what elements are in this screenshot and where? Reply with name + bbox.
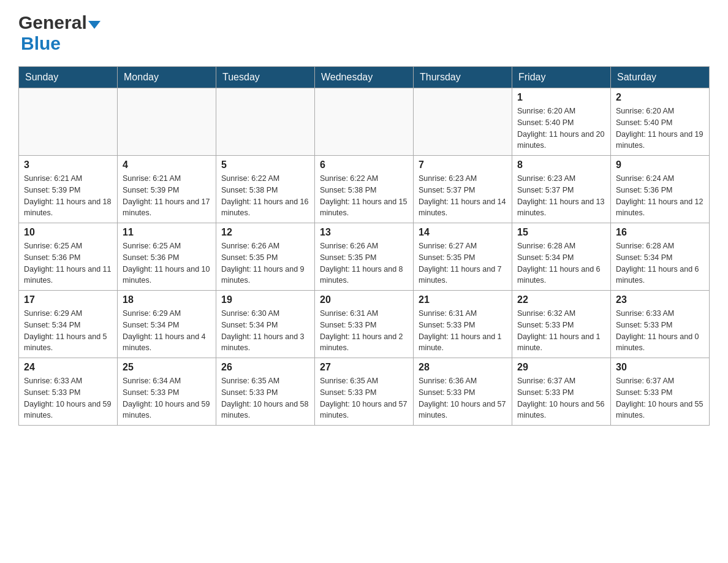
calendar-day-cell: 7Sunrise: 6:23 AMSunset: 5:37 PMDaylight…	[414, 156, 512, 223]
day-info: Sunrise: 6:26 AMSunset: 5:35 PMDaylight:…	[221, 240, 309, 286]
day-number: 23	[616, 294, 704, 305]
day-info: Sunrise: 6:29 AMSunset: 5:34 PMDaylight:…	[123, 308, 211, 354]
day-number: 7	[419, 159, 507, 170]
day-info: Sunrise: 6:33 AMSunset: 5:33 PMDaylight:…	[24, 375, 112, 421]
day-info: Sunrise: 6:31 AMSunset: 5:33 PMDaylight:…	[419, 308, 507, 354]
calendar-day-cell	[118, 88, 216, 156]
day-number: 2	[616, 92, 704, 103]
calendar-day-cell: 5Sunrise: 6:22 AMSunset: 5:38 PMDaylight…	[216, 156, 315, 223]
logo-general-text: General	[18, 12, 87, 33]
calendar-day-cell: 22Sunrise: 6:32 AMSunset: 5:33 PMDayligh…	[512, 291, 611, 358]
calendar-day-cell: 19Sunrise: 6:30 AMSunset: 5:34 PMDayligh…	[216, 291, 315, 358]
day-info: Sunrise: 6:25 AMSunset: 5:36 PMDaylight:…	[24, 240, 112, 286]
day-info: Sunrise: 6:29 AMSunset: 5:34 PMDaylight:…	[24, 308, 112, 354]
day-info: Sunrise: 6:36 AMSunset: 5:33 PMDaylight:…	[419, 375, 507, 421]
calendar-week-row: 10Sunrise: 6:25 AMSunset: 5:36 PMDayligh…	[19, 223, 710, 291]
day-of-week-header: Monday	[118, 67, 216, 88]
day-number: 14	[419, 227, 507, 238]
day-info: Sunrise: 6:35 AMSunset: 5:33 PMDaylight:…	[320, 375, 408, 421]
calendar-day-cell: 4Sunrise: 6:21 AMSunset: 5:39 PMDaylight…	[118, 156, 216, 223]
day-info: Sunrise: 6:23 AMSunset: 5:37 PMDaylight:…	[517, 173, 605, 219]
day-number: 10	[24, 227, 112, 238]
day-number: 27	[320, 362, 408, 373]
day-info: Sunrise: 6:20 AMSunset: 5:40 PMDaylight:…	[616, 105, 704, 151]
calendar-day-cell: 28Sunrise: 6:36 AMSunset: 5:33 PMDayligh…	[414, 358, 512, 426]
calendar-day-cell: 25Sunrise: 6:34 AMSunset: 5:33 PMDayligh…	[118, 358, 216, 426]
day-number: 19	[221, 294, 309, 305]
calendar-day-cell	[19, 88, 118, 156]
day-number: 28	[419, 362, 507, 373]
calendar-day-cell: 8Sunrise: 6:23 AMSunset: 5:37 PMDaylight…	[512, 156, 611, 223]
day-of-week-header: Friday	[512, 67, 611, 88]
day-info: Sunrise: 6:31 AMSunset: 5:33 PMDaylight:…	[320, 308, 408, 354]
day-number: 4	[123, 159, 211, 170]
day-of-week-header: Sunday	[19, 67, 118, 88]
day-number: 5	[221, 159, 309, 170]
day-info: Sunrise: 6:35 AMSunset: 5:33 PMDaylight:…	[221, 375, 309, 421]
calendar-day-cell: 2Sunrise: 6:20 AMSunset: 5:40 PMDaylight…	[611, 88, 710, 156]
logo-blue-text: Blue	[21, 33, 61, 53]
calendar-day-cell: 21Sunrise: 6:31 AMSunset: 5:33 PMDayligh…	[414, 291, 512, 358]
calendar-day-cell: 15Sunrise: 6:28 AMSunset: 5:34 PMDayligh…	[512, 223, 611, 291]
calendar-day-cell: 11Sunrise: 6:25 AMSunset: 5:36 PMDayligh…	[118, 223, 216, 291]
day-info: Sunrise: 6:23 AMSunset: 5:37 PMDaylight:…	[419, 173, 507, 219]
calendar-day-cell: 9Sunrise: 6:24 AMSunset: 5:36 PMDaylight…	[611, 156, 710, 223]
calendar-day-cell: 18Sunrise: 6:29 AMSunset: 5:34 PMDayligh…	[118, 291, 216, 358]
calendar-day-cell: 16Sunrise: 6:28 AMSunset: 5:34 PMDayligh…	[611, 223, 710, 291]
day-of-week-header: Wednesday	[315, 67, 414, 88]
day-number: 8	[517, 159, 605, 170]
day-number: 13	[320, 227, 408, 238]
day-info: Sunrise: 6:37 AMSunset: 5:33 PMDaylight:…	[517, 375, 605, 421]
page-header: General Blue	[18, 12, 710, 54]
day-number: 29	[517, 362, 605, 373]
day-info: Sunrise: 6:24 AMSunset: 5:36 PMDaylight:…	[616, 173, 704, 219]
day-info: Sunrise: 6:28 AMSunset: 5:34 PMDaylight:…	[517, 240, 605, 286]
day-info: Sunrise: 6:32 AMSunset: 5:33 PMDaylight:…	[517, 308, 605, 354]
calendar-week-row: 1Sunrise: 6:20 AMSunset: 5:40 PMDaylight…	[19, 88, 710, 156]
calendar-day-cell: 14Sunrise: 6:27 AMSunset: 5:35 PMDayligh…	[414, 223, 512, 291]
day-number: 12	[221, 227, 309, 238]
calendar-day-cell: 17Sunrise: 6:29 AMSunset: 5:34 PMDayligh…	[19, 291, 118, 358]
calendar-table: SundayMondayTuesdayWednesdayThursdayFrid…	[18, 66, 710, 426]
calendar-day-cell: 3Sunrise: 6:21 AMSunset: 5:39 PMDaylight…	[19, 156, 118, 223]
day-info: Sunrise: 6:26 AMSunset: 5:35 PMDaylight:…	[320, 240, 408, 286]
day-number: 17	[24, 294, 112, 305]
calendar-day-cell: 24Sunrise: 6:33 AMSunset: 5:33 PMDayligh…	[19, 358, 118, 426]
calendar-day-cell	[414, 88, 512, 156]
day-number: 20	[320, 294, 408, 305]
day-info: Sunrise: 6:21 AMSunset: 5:39 PMDaylight:…	[24, 173, 112, 219]
calendar-day-cell: 6Sunrise: 6:22 AMSunset: 5:38 PMDaylight…	[315, 156, 414, 223]
day-info: Sunrise: 6:22 AMSunset: 5:38 PMDaylight:…	[320, 173, 408, 219]
logo: General Blue	[18, 12, 100, 54]
day-number: 11	[123, 227, 211, 238]
day-number: 21	[419, 294, 507, 305]
day-number: 16	[616, 227, 704, 238]
calendar-day-cell: 12Sunrise: 6:26 AMSunset: 5:35 PMDayligh…	[216, 223, 315, 291]
day-info: Sunrise: 6:21 AMSunset: 5:39 PMDaylight:…	[123, 173, 211, 219]
day-number: 22	[517, 294, 605, 305]
day-info: Sunrise: 6:28 AMSunset: 5:34 PMDaylight:…	[616, 240, 704, 286]
day-info: Sunrise: 6:25 AMSunset: 5:36 PMDaylight:…	[123, 240, 211, 286]
day-info: Sunrise: 6:34 AMSunset: 5:33 PMDaylight:…	[123, 375, 211, 421]
calendar-week-row: 24Sunrise: 6:33 AMSunset: 5:33 PMDayligh…	[19, 358, 710, 426]
day-info: Sunrise: 6:22 AMSunset: 5:38 PMDaylight:…	[221, 173, 309, 219]
calendar-day-cell: 10Sunrise: 6:25 AMSunset: 5:36 PMDayligh…	[19, 223, 118, 291]
calendar-day-cell: 20Sunrise: 6:31 AMSunset: 5:33 PMDayligh…	[315, 291, 414, 358]
calendar-day-cell: 30Sunrise: 6:37 AMSunset: 5:33 PMDayligh…	[611, 358, 710, 426]
logo-triangle-icon	[88, 21, 100, 29]
calendar-day-cell: 13Sunrise: 6:26 AMSunset: 5:35 PMDayligh…	[315, 223, 414, 291]
day-number: 30	[616, 362, 704, 373]
calendar-day-cell: 1Sunrise: 6:20 AMSunset: 5:40 PMDaylight…	[512, 88, 611, 156]
day-number: 6	[320, 159, 408, 170]
calendar-week-row: 3Sunrise: 6:21 AMSunset: 5:39 PMDaylight…	[19, 156, 710, 223]
day-number: 1	[517, 92, 605, 103]
day-of-week-header: Tuesday	[216, 67, 315, 88]
day-info: Sunrise: 6:30 AMSunset: 5:34 PMDaylight:…	[221, 308, 309, 354]
day-number: 9	[616, 159, 704, 170]
day-number: 15	[517, 227, 605, 238]
day-info: Sunrise: 6:27 AMSunset: 5:35 PMDaylight:…	[419, 240, 507, 286]
day-number: 26	[221, 362, 309, 373]
calendar-week-row: 17Sunrise: 6:29 AMSunset: 5:34 PMDayligh…	[19, 291, 710, 358]
calendar-day-cell: 29Sunrise: 6:37 AMSunset: 5:33 PMDayligh…	[512, 358, 611, 426]
calendar-day-cell	[315, 88, 414, 156]
